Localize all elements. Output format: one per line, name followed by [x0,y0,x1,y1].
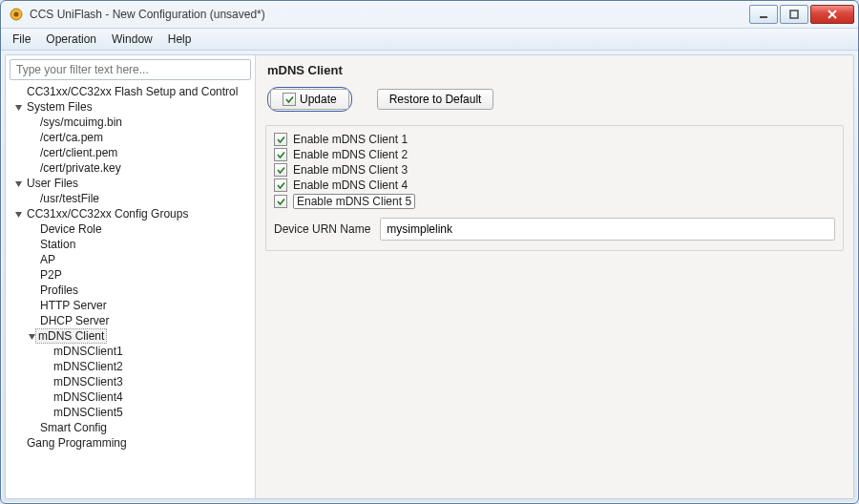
chevron-down-icon[interactable] [13,102,23,112]
details-panel: mDNS Client Update Restore to Default [256,55,853,498]
tree-item-user-files[interactable]: User Files [10,176,251,191]
tree-item[interactable]: /cert/client.pem [10,145,251,160]
enable-mdns-5-label: Enable mDNS Client 5 [293,194,415,209]
tree-item[interactable]: mDNSClient1 [10,344,251,359]
tree-item-system-files[interactable]: System Files [10,99,251,115]
urn-label: Device URN Name [274,222,370,236]
urn-row: Device URN Name [274,218,835,241]
app-window: CCS UniFlash - New Configuration (unsave… [0,0,859,504]
enable-mdns-1-label: Enable mDNS Client 1 [293,133,408,146]
content-frame: CC31xx/CC32xx Flash Setup and Control Sy… [5,54,854,499]
panel-title: mDNS Client [267,63,842,77]
window-controls [747,5,854,24]
minimize-button[interactable] [749,5,778,24]
app-icon [9,7,24,22]
menu-file[interactable]: File [5,31,38,48]
tree-item[interactable]: Smart Config [10,420,251,435]
svg-rect-3 [790,10,798,18]
tree-item[interactable]: Profiles [10,283,251,298]
tree-item-mdns-client[interactable]: mDNS Client [10,328,251,344]
tree-item[interactable]: Station [10,237,251,252]
urn-input[interactable] [380,218,835,241]
tree-item[interactable]: mDNSClient5 [10,405,251,420]
chevron-down-icon[interactable] [13,178,23,188]
tree-item[interactable]: HTTP Server [10,298,251,313]
panel-buttons: Update Restore to Default [267,87,842,112]
checkmark-icon [283,93,296,106]
checkbox-icon[interactable] [274,178,287,192]
update-button[interactable]: Update [270,89,349,110]
tree-item[interactable]: /sys/mcuimg.bin [10,115,251,130]
checkbox-icon[interactable] [274,163,287,177]
update-button-label: Update [300,93,337,106]
tree-item[interactable]: /cert/private.key [10,160,251,176]
menubar: File Operation Window Help [1,28,858,51]
chevron-down-icon[interactable] [13,209,23,219]
menu-operation[interactable]: Operation [38,31,104,48]
enable-mdns-3-row: Enable mDNS Client 3 [274,162,835,178]
checkbox-icon[interactable] [274,195,287,208]
checkbox-icon[interactable] [274,133,287,146]
tree-item[interactable]: P2P [10,267,251,283]
tree-item[interactable]: Device Role [10,221,251,237]
enable-mdns-3-label: Enable mDNS Client 3 [293,163,408,177]
tree-item-gang[interactable]: Gang Programming [10,435,251,451]
tree-item[interactable]: mDNSClient3 [10,374,251,389]
close-button[interactable] [810,5,854,24]
svg-point-1 [14,12,19,17]
mdns-form: Enable mDNS Client 1 Enable mDNS Client … [265,125,844,251]
enable-mdns-4-row: Enable mDNS Client 4 [274,178,835,193]
enable-mdns-4-label: Enable mDNS Client 4 [293,178,408,192]
tree-item[interactable]: /cert/ca.pem [10,130,251,145]
checkbox-icon[interactable] [274,148,287,161]
enable-mdns-2-row: Enable mDNS Client 2 [274,147,835,162]
window-title: CCS UniFlash - New Configuration (unsave… [30,8,747,21]
enable-mdns-1-row: Enable mDNS Client 1 [274,132,835,147]
menu-window[interactable]: Window [104,31,160,48]
tree-item[interactable]: /usr/testFile [10,191,251,206]
restore-button[interactable]: Restore to Default [377,89,494,110]
menu-help[interactable]: Help [160,31,199,48]
tree-item[interactable]: DHCP Server [10,313,251,328]
tree-item[interactable]: AP [10,252,251,267]
enable-mdns-5-row: Enable mDNS Client 5 [274,193,835,210]
tree-panel: CC31xx/CC32xx Flash Setup and Control Sy… [6,55,256,498]
restore-button-label: Restore to Default [389,93,482,106]
details-header: mDNS Client Update Restore to Default [256,55,853,119]
svg-rect-2 [760,16,767,18]
tree-item[interactable]: mDNSClient2 [10,359,251,374]
tree-item[interactable]: mDNSClient4 [10,389,251,405]
titlebar: CCS UniFlash - New Configuration (unsave… [1,1,858,28]
filter-input[interactable] [10,59,251,80]
maximize-button[interactable] [780,5,808,24]
config-tree: CC31xx/CC32xx Flash Setup and Control Sy… [10,84,251,494]
update-button-highlight: Update [267,87,352,112]
tree-item-flash-setup[interactable]: CC31xx/CC32xx Flash Setup and Control [10,84,251,99]
enable-mdns-2-label: Enable mDNS Client 2 [293,148,408,161]
tree-item-config-groups[interactable]: CC31xx/CC32xx Config Groups [10,206,251,221]
